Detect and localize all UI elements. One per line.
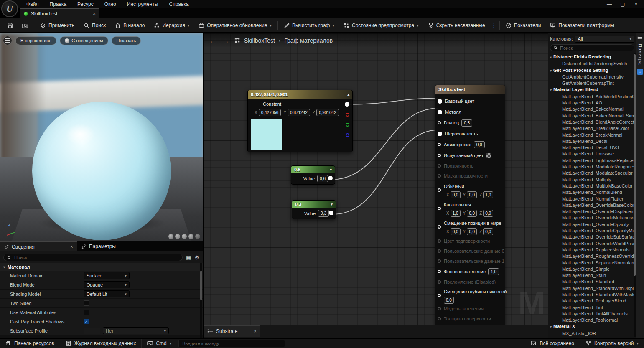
vector-component-field[interactable]: 0,0 [483,210,493,217]
content-drawer-button[interactable]: Панель ресурсов [0,339,60,348]
palette-item[interactable]: MatLayerBlend_OverrideSubSurface [550,234,634,240]
palette-item[interactable]: MatLayerBlend_OverrideOpacity [550,221,634,228]
scalar-node-06[interactable]: 0.6▾ Value0,6 [291,165,335,185]
pin-icon[interactable] [438,110,442,114]
pin-icon[interactable] [438,270,441,273]
palette-item[interactable]: MatLayerBlend_Simple [550,266,634,272]
palette-item[interactable]: DistanceFieldsRenderingSwitch [550,61,634,67]
collapse-icon[interactable]: ▴ [347,92,349,97]
palette-item[interactable]: MatLayerBlend_OverrideBaseColor [550,202,634,208]
palette-item[interactable]: MatLayerBlend_AddWorldPositionOff [550,94,634,100]
output-pin-rgb[interactable] [345,102,349,107]
menu-item[interactable]: Ресурс [72,0,99,8]
palette-item[interactable]: MatLayerBlend_Decal [550,138,634,145]
maximize-button[interactable]: ▢ [616,0,629,8]
palette-section-header[interactable]: ▾Distance Fields Rendering [550,54,634,61]
material-input-row[interactable]: ОбычныйX0,0Y0,0Z1,0 [435,181,505,199]
material-input-row[interactable]: Испускаемый цвет [435,150,505,161]
plane-mesh-button[interactable] [182,234,187,239]
lit-mode-button[interactable]: С освещением [60,36,108,45]
palette-item[interactable]: MatLayerBlend_Tint [550,305,634,311]
sphere-mesh-button[interactable] [175,234,180,239]
output-pin-r[interactable] [346,113,349,117]
value-field[interactable]: 0,6 [317,175,328,182]
hide-unrelated-button[interactable]: Скрыть несвязанные [423,18,490,32]
vector-component-field[interactable]: 0,0 [451,191,461,198]
property-dropdown[interactable]: Surface▾ [84,272,130,279]
cylinder-mesh-button[interactable] [168,234,173,239]
platform-stats-button[interactable]: Показатели платформы [545,18,619,32]
palette-item[interactable]: MatLayerBlend_OverrideWorldPositi [550,241,634,247]
home-button[interactable]: В начало [110,18,149,32]
vector-component-field[interactable]: 1,0 [483,191,493,198]
palette-item[interactable]: MatLayerBlend_Decal_UV3 [550,145,634,151]
hierarchy-button[interactable]: Иерархия▾ [149,18,194,32]
stats-button[interactable]: Показатели [501,18,546,32]
palette-item[interactable]: MatLayerBlend_BakedNormal_Simple [550,113,634,119]
palette-item[interactable]: MatLayerBlend_TopNormal [550,317,634,323]
cmd-button[interactable]: Cmd▾ [142,339,177,348]
material-input-row[interactable]: Глянец0,5 [435,117,505,128]
pin-icon[interactable] [438,188,441,192]
details-close-icon[interactable]: × [70,244,73,250]
material-graph-canvas[interactable]: ← → SkillboxTest › Граф материалов 0.427… [204,33,548,325]
palette-vertical-tab[interactable]: Палитра [638,44,643,65]
tab-parameters[interactable]: Параметры [77,241,120,251]
palette-item[interactable]: MatLayerBlend_NormalBlend [550,189,634,196]
palette-item[interactable]: MatLayerBlend_ModulateSpecular [550,170,634,176]
save-button[interactable] [3,18,18,32]
property-checkbox[interactable]: ✓ [84,319,89,324]
cube-mesh-button[interactable] [188,234,193,239]
vector-component-field[interactable]: 0,0 [467,191,477,198]
material-preview-viewport[interactable]: В перспективе С освещением Показать z [0,33,203,241]
breadcrumb-asset[interactable]: SkillboxTest [244,37,275,44]
clean-graph-button[interactable]: Вычистить граф▾ [279,18,339,32]
palette-section-header[interactable]: ▾Get Post Process Setting [550,67,634,74]
vector-component-field[interactable]: 0,0 [451,228,461,235]
material-input-row[interactable]: Шероховатость [435,128,505,139]
pin-icon[interactable] [438,294,441,297]
palette-item[interactable]: MatLayerBlend_TenLayerBlend [550,298,634,304]
revision-control-button[interactable]: Контроль версий▾ [580,339,644,348]
apply-button[interactable]: Применить [36,18,79,32]
custom-mesh-button[interactable] [195,234,200,239]
palette-item[interactable]: MatLayerBlend_RoughnessOverride [550,253,634,259]
pin-value-field[interactable]: 0,5 [461,119,472,127]
console-command-input[interactable]: Введите команду [178,340,285,347]
grid-view-icon[interactable]: ▦ [186,254,191,261]
pin-icon[interactable] [438,132,442,136]
viewport-menu-button[interactable] [3,36,12,45]
section-material[interactable]: ▾ Материал [0,263,203,271]
menu-item[interactable]: Файл [21,0,44,8]
palette-item[interactable]: GetAmbientCubemapIntensity [550,74,634,80]
palette-item[interactable]: MatLayerBlend_StandardWithMaskE [550,292,634,298]
pin-value-field[interactable]: 0,0 [444,297,454,304]
palette-item[interactable]: MatLayerBlend_BreakBaseColor [550,125,634,132]
menu-item[interactable]: Справка [163,0,194,8]
material-input-row[interactable]: Базовый цвет [435,96,505,107]
palette-section-header[interactable]: ▾Material Layer Blend [550,86,634,93]
palette-item[interactable]: MatLayerBlend_SeparateNormaland [550,260,634,266]
vector-component-field[interactable]: 0,901042 [316,109,339,116]
palette-item[interactable]: MatLayerBlend_OverrideDisplaceme [550,208,634,215]
palette-search-input[interactable]: Поиск [550,44,634,51]
pin-icon[interactable] [438,225,441,229]
palette-item[interactable]: MatLayerBlend_BakedNormal [550,106,634,112]
dock-in-layout-icon[interactable]: ↓ [637,69,643,75]
pin-icon[interactable] [438,99,442,104]
category-dropdown[interactable]: All ▾ [575,36,634,43]
palette-item[interactable]: GetAmbientCubemapTint [550,80,634,86]
pin-icon[interactable] [438,154,441,157]
output-pin[interactable] [329,211,333,215]
palette-item[interactable]: MatLayerBlend_Multiply [550,177,634,183]
menu-item[interactable]: Правка [44,0,72,8]
nav-back-button[interactable]: ← [208,37,217,44]
palette-item[interactable]: MatLayerBlend_StandardWithDisplac [550,285,634,292]
panel-list-icon[interactable] [637,35,643,41]
material-input-row[interactable]: Смещение позиции в миреX0,0Y0,0Z0,0 [435,218,505,236]
color-swatch[interactable] [251,119,283,150]
collapse-icon[interactable]: ▾ [331,202,333,206]
value-field[interactable]: 0,3 [318,210,329,217]
tab-skillboxtest[interactable]: SkillboxTest × [20,8,99,18]
checker-swatch[interactable] [486,153,491,158]
